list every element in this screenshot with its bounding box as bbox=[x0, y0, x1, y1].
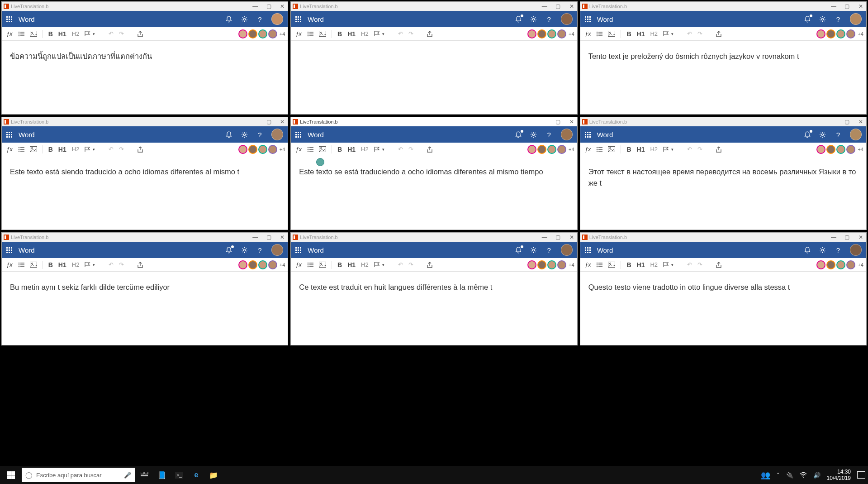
h2-button[interactable]: H2 bbox=[648, 145, 659, 153]
settings-gear-icon[interactable] bbox=[530, 131, 537, 138]
image-icon[interactable] bbox=[317, 30, 328, 38]
undo-icon[interactable]: ↶ bbox=[396, 145, 405, 153]
bold-button[interactable]: B bbox=[625, 29, 633, 38]
notification-bell-icon[interactable] bbox=[804, 15, 811, 23]
redo-icon[interactable]: ↷ bbox=[407, 260, 415, 269]
close-button[interactable]: ✕ bbox=[857, 234, 864, 240]
image-icon[interactable] bbox=[606, 261, 617, 268]
close-button[interactable]: ✕ bbox=[568, 3, 575, 10]
help-icon[interactable]: ? bbox=[545, 131, 553, 138]
user-avatar[interactable] bbox=[850, 244, 862, 256]
close-button[interactable]: ✕ bbox=[568, 119, 575, 125]
collab-avatar[interactable] bbox=[836, 260, 845, 269]
settings-gear-icon[interactable] bbox=[241, 15, 248, 23]
task-view-button[interactable] bbox=[138, 468, 152, 482]
app-launcher-icon[interactable] bbox=[295, 132, 301, 138]
notification-bell-icon[interactable] bbox=[515, 131, 522, 138]
more-collaborators[interactable]: +4 bbox=[280, 147, 285, 152]
help-icon[interactable]: ? bbox=[256, 246, 263, 254]
minimize-button[interactable]: — bbox=[251, 3, 259, 10]
help-icon[interactable]: ? bbox=[835, 15, 842, 23]
help-icon[interactable]: ? bbox=[545, 246, 553, 254]
minimize-button[interactable]: — bbox=[830, 234, 837, 240]
share-icon[interactable] bbox=[425, 145, 436, 153]
collab-avatar[interactable] bbox=[258, 29, 267, 38]
minimize-button[interactable]: — bbox=[541, 3, 548, 10]
redo-icon[interactable]: ↷ bbox=[696, 145, 704, 153]
list-icon[interactable] bbox=[305, 261, 315, 268]
h2-button[interactable]: H2 bbox=[359, 29, 370, 38]
h1-button[interactable]: H1 bbox=[635, 29, 647, 38]
document-body[interactable]: Questo testo viene tradotto in otto ling… bbox=[580, 272, 866, 345]
minimize-button[interactable]: — bbox=[251, 234, 259, 240]
redo-icon[interactable]: ↷ bbox=[117, 145, 126, 153]
notification-bell-icon[interactable] bbox=[515, 246, 522, 254]
more-collaborators[interactable]: +4 bbox=[569, 31, 574, 37]
share-icon[interactable] bbox=[714, 30, 725, 38]
more-collaborators[interactable]: +4 bbox=[858, 31, 863, 37]
tray-chevron-icon[interactable]: ˄ bbox=[777, 472, 780, 479]
undo-icon[interactable]: ↶ bbox=[107, 29, 115, 38]
bold-button[interactable]: B bbox=[47, 29, 55, 38]
image-icon[interactable] bbox=[28, 261, 39, 268]
list-icon[interactable] bbox=[594, 261, 604, 268]
collab-avatar[interactable] bbox=[248, 145, 257, 154]
window-titlebar[interactable]: LiveTranslation.b—▢✕ bbox=[580, 233, 866, 242]
undo-icon[interactable]: ↶ bbox=[685, 260, 694, 269]
more-collaborators[interactable]: +4 bbox=[858, 147, 863, 152]
flag-icon[interactable]: ▾ bbox=[83, 261, 97, 268]
flag-icon[interactable]: ▾ bbox=[661, 30, 675, 38]
collab-avatar[interactable] bbox=[238, 260, 247, 269]
formula-icon[interactable]: ƒx bbox=[294, 29, 304, 38]
maximize-button[interactable]: ▢ bbox=[844, 3, 851, 10]
h2-button[interactable]: H2 bbox=[70, 260, 81, 269]
h1-button[interactable]: H1 bbox=[57, 145, 68, 154]
window-titlebar[interactable]: LiveTranslation.b—▢✕ bbox=[2, 233, 288, 242]
collab-avatar[interactable] bbox=[557, 145, 566, 154]
image-icon[interactable] bbox=[28, 30, 39, 38]
flag-icon[interactable]: ▾ bbox=[372, 145, 386, 153]
settings-gear-icon[interactable] bbox=[819, 15, 826, 23]
user-avatar[interactable] bbox=[561, 244, 573, 256]
collab-avatar[interactable] bbox=[547, 260, 556, 269]
collab-avatar[interactable] bbox=[258, 260, 267, 269]
h2-button[interactable]: H2 bbox=[648, 260, 659, 269]
people-icon[interactable]: 👥 bbox=[761, 470, 770, 480]
list-icon[interactable] bbox=[305, 146, 315, 153]
collab-avatar[interactable] bbox=[527, 145, 536, 154]
collab-avatar[interactable] bbox=[537, 145, 546, 154]
more-collaborators[interactable]: +4 bbox=[280, 31, 285, 37]
user-avatar[interactable] bbox=[271, 13, 283, 25]
collab-avatar[interactable] bbox=[268, 260, 277, 269]
collab-avatar[interactable] bbox=[238, 145, 247, 154]
close-button[interactable]: ✕ bbox=[857, 119, 864, 125]
flag-icon[interactable]: ▾ bbox=[661, 261, 675, 268]
collaborator-avatars[interactable]: +4 bbox=[527, 145, 574, 154]
app-launcher-icon[interactable] bbox=[295, 16, 301, 22]
formula-icon[interactable]: ƒx bbox=[583, 29, 593, 38]
share-icon[interactable] bbox=[136, 145, 146, 153]
list-icon[interactable] bbox=[16, 30, 26, 38]
image-icon[interactable] bbox=[606, 145, 617, 153]
minimize-button[interactable]: — bbox=[830, 119, 837, 125]
user-avatar[interactable] bbox=[850, 13, 862, 25]
collab-avatar[interactable] bbox=[826, 29, 835, 38]
notification-bell-icon[interactable] bbox=[225, 15, 232, 23]
maximize-button[interactable]: ▢ bbox=[265, 119, 272, 125]
image-icon[interactable] bbox=[317, 145, 328, 153]
collaborator-avatars[interactable]: +4 bbox=[816, 145, 863, 154]
collaborator-avatars[interactable]: +4 bbox=[527, 260, 574, 269]
collab-avatar[interactable] bbox=[248, 260, 257, 269]
maximize-button[interactable]: ▢ bbox=[844, 119, 851, 125]
notification-bell-icon[interactable] bbox=[225, 131, 232, 138]
notification-bell-icon[interactable] bbox=[225, 246, 232, 254]
collab-avatar[interactable] bbox=[826, 145, 835, 154]
h2-button[interactable]: H2 bbox=[70, 29, 81, 38]
redo-icon[interactable]: ↷ bbox=[696, 29, 704, 38]
user-avatar[interactable] bbox=[850, 129, 862, 140]
app-launcher-icon[interactable] bbox=[6, 132, 12, 138]
document-body[interactable]: Ce texte est traduit en huit langues dif… bbox=[291, 272, 577, 345]
user-avatar[interactable] bbox=[271, 129, 283, 140]
share-icon[interactable] bbox=[714, 261, 725, 269]
image-icon[interactable] bbox=[28, 145, 39, 153]
